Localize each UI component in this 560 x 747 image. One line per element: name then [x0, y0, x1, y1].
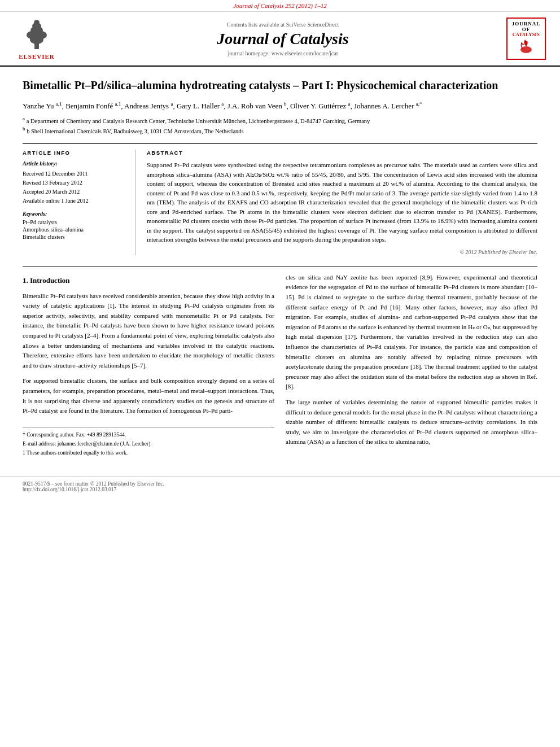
abstract-col: ABSTRACT Supported Pt–Pd catalysts were … — [147, 150, 537, 255]
intro-para3: The large number of variables determinin… — [286, 397, 537, 447]
keyword-1: Pt–Pd catalysts — [23, 219, 126, 225]
received-date: Received 12 December 2011 — [23, 170, 126, 178]
online-date: Available online 1 June 2012 — [23, 197, 126, 205]
footer-doi: http://dx.doi.org/10.1016/j.jcat.2012.03… — [23, 487, 116, 492]
article-info-label: ARTICLE INFO — [23, 150, 126, 156]
article-info-col: ARTICLE INFO Article history: Received 1… — [23, 150, 135, 255]
svg-point-6 — [34, 20, 40, 25]
footer-issn: 0021-9517/$ – see front matter © 2012 Pu… — [23, 481, 164, 487]
journal-citation-text: Journal of Catalysis 292 (2012) 1–12 — [233, 2, 326, 9]
journal-homepage: journal homepage: www.elsevier.com/locat… — [68, 50, 498, 56]
affiliation-a: a a Department of Chemistry and Catalysi… — [23, 115, 537, 125]
journal-center-info: Contents lists available at SciVerse Sci… — [68, 21, 498, 56]
article-title: Bimetallic Pt–Pd/silica–alumina hydrotre… — [23, 78, 537, 93]
affiliations: a a Department of Chemistry and Catalysi… — [23, 115, 537, 136]
body-right-col: cles on silica and NaY zeolite has been … — [286, 273, 537, 459]
footnote-star: * Corresponding author. Fax: +49 89 2891… — [23, 431, 274, 439]
authors-line: Yanzhe Yu a,1, Benjamin Fonfé a,1, Andre… — [23, 101, 537, 112]
body-section: 1. Introduction Bimetallic Pt–Pd catalys… — [23, 273, 537, 459]
copyright-line: © 2012 Published by Elsevier Inc. — [147, 249, 537, 255]
body-left-col: 1. Introduction Bimetallic Pt–Pd catalys… — [23, 273, 274, 459]
info-abstract-section: ARTICLE INFO Article history: Received 1… — [23, 143, 537, 255]
logo-top-text: JOURNAL OF — [511, 21, 541, 32]
svg-rect-0 — [34, 43, 39, 49]
accepted-date: Accepted 20 March 2012 — [23, 188, 126, 196]
body-divider — [23, 267, 537, 267]
intro-para2: For supported bimetallic clusters, the s… — [23, 376, 274, 416]
article-history-label: Article history: — [23, 160, 126, 167]
keywords-label: Keywords: — [23, 211, 126, 217]
section1-heading: 1. Introduction — [23, 275, 274, 287]
journal-header: ELSEVIER Contents lists available at Sci… — [0, 12, 560, 67]
elsevier-logo: ELSEVIER — [11, 18, 62, 60]
elsevier-tree-icon — [20, 18, 54, 52]
intro-para1: Bimetallic Pt–Pd catalysts have received… — [23, 291, 274, 371]
logo-mid-text: CATALYSIS — [511, 32, 541, 37]
keyword-2: Amorphous silica–alumina — [23, 226, 126, 233]
footnote-area: * Corresponding author. Fax: +49 89 2891… — [23, 427, 274, 457]
intro-para2-continued: cles on silica and NaY zeolite has been … — [286, 273, 537, 392]
footnote-1: 1 These authors contributed equally to t… — [23, 449, 274, 457]
journal-title: Journal of Catalysis — [68, 30, 498, 48]
keyword-3: Bimetallic clusters — [23, 234, 126, 240]
abstract-text: Supported Pt–Pd catalysts were synthesiz… — [147, 160, 537, 244]
affiliation-b: b b Shell International Chemicals BV, Ba… — [23, 125, 537, 136]
elsevier-brand-label: ELSEVIER — [19, 53, 55, 60]
abstract-label: ABSTRACT — [147, 150, 537, 156]
catalysis-icon — [516, 37, 536, 54]
authors-text: Yanzhe Yu a,1, Benjamin Fonfé a,1, Andre… — [23, 102, 422, 110]
revised-date: Revised 13 February 2012 — [23, 179, 126, 187]
footnote-email: E-mail address: johannes.lercher@ch.tum.… — [23, 440, 274, 448]
journal-logo-box: JOURNAL OF CATALYSIS — [506, 18, 546, 60]
journal-citation-bar: Journal of Catalysis 292 (2012) 1–12 — [0, 0, 560, 12]
sciverse-line: Contents lists available at SciVerse Sci… — [68, 21, 498, 28]
article-content: Bimetallic Pt–Pd/silica–alumina hydrotre… — [0, 67, 560, 470]
footer-bar: 0021-9517/$ – see front matter © 2012 Pu… — [0, 476, 560, 497]
journal-logo-right: JOURNAL OF CATALYSIS — [504, 18, 549, 60]
